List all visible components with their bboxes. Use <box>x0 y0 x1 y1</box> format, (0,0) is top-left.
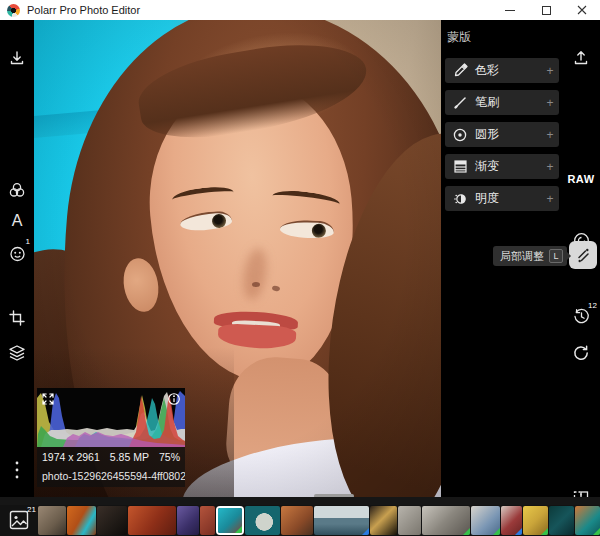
export-icon <box>572 49 590 67</box>
thumbnail-image <box>245 506 280 535</box>
crop-icon <box>8 309 26 327</box>
thumbnail[interactable] <box>245 506 280 535</box>
image-filename: photo-1529626455594-4ff0802cf... <box>37 467 185 487</box>
zoom-level: 75% <box>159 451 180 463</box>
app-window: A 1 <box>0 20 600 536</box>
add-radial-mask-button[interactable]: + <box>541 128 559 142</box>
color-circles-icon <box>7 180 27 200</box>
thumbnail[interactable] <box>370 506 397 535</box>
local-adjust-icon <box>575 247 592 264</box>
close-button[interactable] <box>564 0 600 20</box>
mask-tool-label: 色彩 <box>475 62 541 79</box>
window-controls <box>492 0 600 20</box>
photo-count-badge: 21 <box>27 505 36 514</box>
more-options-button[interactable] <box>0 455 34 485</box>
thumbnail[interactable] <box>549 506 574 535</box>
tooltip-arrow <box>567 252 571 260</box>
histogram-chart <box>37 388 185 447</box>
thumbnail[interactable] <box>314 506 369 535</box>
face-edit-badge: 1 <box>26 238 30 246</box>
circle-icon <box>445 127 475 143</box>
raw-indicator: RAW <box>562 173 600 185</box>
export-button[interactable] <box>562 43 600 73</box>
reset-icon <box>572 344 590 362</box>
mask-panel-title: 蒙版 <box>447 29 471 46</box>
shortcut-key-badge: L <box>549 249 563 263</box>
face-edit-button[interactable]: 1 <box>0 238 34 268</box>
mask-tool-label: 笔刷 <box>475 94 541 111</box>
expand-icon <box>41 392 55 406</box>
thumbnail[interactable] <box>422 506 470 535</box>
right-toolbar: RAW 12 <box>562 20 600 505</box>
edit-badge <box>593 528 600 535</box>
thumbnail-image <box>38 506 66 535</box>
close-icon <box>577 5 587 15</box>
thumbnail[interactable] <box>38 506 66 535</box>
local-adjust-button[interactable] <box>569 241 597 269</box>
edit-badge <box>515 528 522 535</box>
mask-tool-color[interactable]: 色彩 + <box>445 58 559 83</box>
thumbnail[interactable] <box>575 506 600 535</box>
photo-canvas[interactable]: 1974 x 2961 5.85 MP 75% photo-1529626455… <box>34 20 441 497</box>
history-button[interactable]: 12 <box>562 301 600 331</box>
thumbnail[interactable] <box>67 506 96 535</box>
color-blend-button[interactable] <box>0 175 34 205</box>
thumbnail-strip <box>38 506 600 535</box>
mask-tool-radial[interactable]: 圆形 + <box>445 122 559 147</box>
minimize-icon <box>505 10 515 11</box>
edit-badge <box>541 528 548 535</box>
thumbnail-image <box>97 506 127 535</box>
thumbnail[interactable] <box>471 506 500 535</box>
histogram-overlay: 1974 x 2961 5.85 MP 75% photo-1529626455… <box>37 388 185 487</box>
mask-tool-gradient[interactable]: 渐变 + <box>445 154 559 179</box>
reset-button[interactable] <box>562 338 600 368</box>
horizontal-scrollbar[interactable] <box>314 494 354 497</box>
thumbnail[interactable] <box>523 506 548 535</box>
crop-button[interactable] <box>0 303 34 333</box>
text-tool-button[interactable]: A <box>0 206 34 236</box>
add-color-mask-button[interactable]: + <box>541 64 559 78</box>
edit-badge <box>463 528 470 535</box>
thumbnail[interactable] <box>97 506 127 535</box>
eyedropper-icon <box>445 63 475 78</box>
import-icon <box>8 49 26 67</box>
edit-badge <box>362 528 369 535</box>
thumbnail-image <box>200 506 215 535</box>
histogram-plot <box>37 388 185 447</box>
thumbnail-image <box>128 506 176 535</box>
title-bar: Polarr Pro Photo Editor <box>0 0 600 20</box>
photo-library-button[interactable]: 21 <box>8 509 32 533</box>
add-luminance-mask-button[interactable]: + <box>541 192 559 206</box>
thumbnail[interactable] <box>281 506 313 535</box>
kebab-menu-icon <box>14 460 20 480</box>
image-dimensions: 1974 x 2961 <box>42 451 100 463</box>
thumbnail[interactable] <box>398 506 421 535</box>
local-adjust-tooltip: 局部调整 L <box>493 246 567 266</box>
text-tool-icon: A <box>12 212 23 230</box>
thumbnail-image <box>549 506 574 535</box>
mask-tool-label: 明度 <box>475 190 541 207</box>
import-button[interactable] <box>0 43 34 73</box>
brush-icon <box>445 95 475 110</box>
thumbnail[interactable] <box>200 506 215 535</box>
thumbnail-image <box>370 506 397 535</box>
histogram-expand-button[interactable] <box>41 392 55 406</box>
left-toolbar: A 1 <box>0 20 34 505</box>
minimize-button[interactable] <box>492 0 528 20</box>
mask-tool-brush[interactable]: 笔刷 + <box>445 90 559 115</box>
thumbnail[interactable] <box>501 506 522 535</box>
edit-badge <box>235 526 242 533</box>
mask-tool-luminance[interactable]: 明度 + <box>445 186 559 211</box>
luminance-icon <box>445 191 475 207</box>
layers-button[interactable] <box>0 338 34 368</box>
thumbnail-selected[interactable] <box>216 506 244 535</box>
face-icon <box>8 244 27 263</box>
add-gradient-mask-button[interactable]: + <box>541 160 559 174</box>
image-stats: 1974 x 2961 5.85 MP 75% <box>37 447 185 467</box>
add-brush-mask-button[interactable]: + <box>541 96 559 110</box>
thumbnail[interactable] <box>177 506 199 535</box>
histogram-info-button[interactable] <box>167 392 181 406</box>
thumbnail[interactable] <box>128 506 176 535</box>
maximize-button[interactable] <box>528 0 564 20</box>
edit-badge <box>493 528 500 535</box>
